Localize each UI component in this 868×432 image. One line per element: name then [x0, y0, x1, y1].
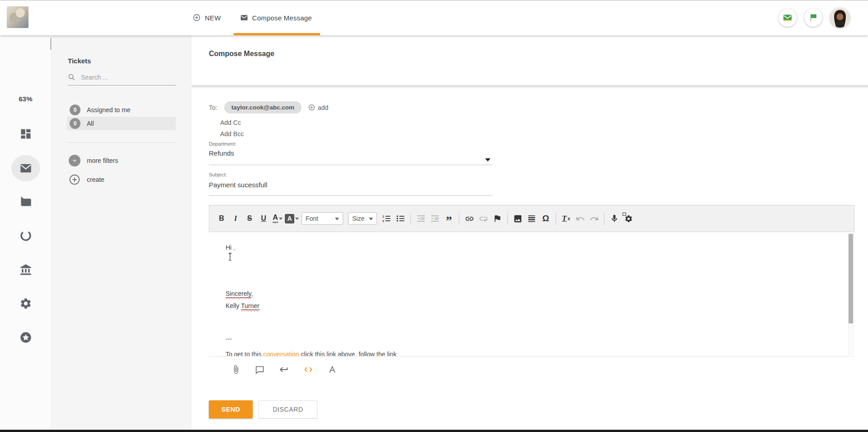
add-recipient-button[interactable]: add [308, 104, 328, 111]
attach-file-button[interactable] [231, 365, 241, 374]
footer-line: To get to this conversation click this l… [226, 351, 396, 356]
usage-percent: 63% [0, 95, 51, 103]
sidebar-item-settings[interactable] [0, 297, 51, 310]
caret-down-icon [369, 217, 373, 220]
add-cc-button[interactable]: Add Cc [220, 119, 241, 126]
caret-down-icon [295, 217, 299, 220]
image-icon [513, 214, 523, 223]
sidebar-item-chat[interactable] [0, 195, 51, 208]
department-label: Department: [209, 141, 236, 147]
bulleted-list-button[interactable] [394, 211, 407, 226]
ordered-list-button[interactable]: 1 2 [380, 211, 393, 226]
inbox-mail-button[interactable] [778, 9, 797, 27]
dashboard-icon [19, 128, 32, 140]
count-badge: 0 [70, 118, 80, 129]
sidebar-item-featured[interactable] [0, 331, 51, 344]
insert-image-button[interactable] [511, 211, 524, 226]
sidebar-item-progress[interactable] [0, 229, 51, 242]
editor-settings-button[interactable] [622, 211, 635, 226]
filter-all[interactable]: 0 All [67, 117, 176, 130]
count-badge: 0 [70, 104, 80, 115]
toolbar-separator [507, 213, 508, 225]
star-circle-icon [19, 331, 32, 344]
department-select-value[interactable]: Refunds [209, 149, 234, 157]
sidebar-item-dashboard[interactable] [0, 128, 51, 140]
remove-format-button[interactable]: Tx [559, 211, 573, 226]
signature-line: Kelly Turner [226, 302, 259, 309]
more-filters-button[interactable]: more filters [69, 155, 118, 166]
special-char-button[interactable]: Ω [539, 211, 552, 226]
search-icon [68, 73, 75, 81]
sidebar-item-organization[interactable] [0, 263, 51, 276]
dictate-button[interactable] [608, 211, 621, 226]
sidebar-item-mail-active[interactable] [11, 155, 40, 181]
left-icon-rail: 63% [0, 35, 52, 430]
scrollbar-thumb[interactable] [849, 234, 853, 323]
green-flag-icon [808, 13, 818, 23]
anchor-flag-button[interactable] [491, 211, 504, 226]
blockquote-button[interactable]: ” [442, 211, 456, 226]
source-code-button[interactable] [303, 365, 313, 375]
text-mode-button[interactable] [328, 365, 337, 374]
filter-label: All [87, 120, 94, 127]
compose-pane: Compose Message To: taylor.cook@abc.com … [192, 35, 868, 430]
discard-button[interactable]: DISCARD [259, 400, 317, 418]
comment-button[interactable] [255, 365, 264, 375]
text-cursor [228, 253, 232, 261]
background-color-button[interactable]: A [285, 211, 299, 226]
font-select[interactable]: Font [302, 212, 343, 225]
user-avatar[interactable] [830, 8, 850, 28]
bulleted-list-icon [396, 214, 405, 223]
chevron-down-icon [69, 155, 80, 166]
indent-button[interactable] [428, 211, 442, 226]
flag-notifications-button[interactable] [804, 9, 822, 27]
bank-icon [19, 263, 32, 276]
window-top-edge [0, 0, 868, 1]
link-button[interactable] [462, 211, 476, 226]
header-tabs: NEW Compose Message [186, 0, 318, 35]
rich-text-editor: B I S U A A Font Size [209, 205, 854, 356]
plus-circle-icon [193, 14, 201, 22]
italic-button[interactable]: I [229, 211, 242, 226]
text-color-button[interactable]: A [271, 211, 284, 226]
toolbar-separator [556, 213, 556, 225]
send-button[interactable]: SEND [209, 400, 253, 418]
unlink-button[interactable] [476, 211, 490, 226]
comment-bubble-icon [255, 365, 264, 375]
letter-a-icon [328, 365, 337, 374]
recipient-chip[interactable]: taylor.cook@abc.com [224, 101, 302, 114]
horizontal-rule-button[interactable] [525, 211, 538, 226]
search-input[interactable] [81, 74, 176, 81]
tab-new[interactable]: NEW [186, 0, 227, 35]
plus-circle-icon [308, 104, 315, 111]
rail-scrollbar[interactable] [50, 38, 52, 50]
paperclip-icon [231, 365, 241, 374]
add-bcc-button[interactable]: Add Bcc [220, 130, 244, 138]
insert-reply-button[interactable] [279, 365, 289, 375]
app-logo[interactable] [7, 6, 28, 28]
bold-button[interactable]: B [215, 211, 228, 226]
tab-new-label: NEW [205, 14, 221, 22]
footer-link[interactable]: conversation [263, 351, 299, 356]
underline-button[interactable]: U [257, 211, 270, 226]
filter-assigned-to-me[interactable]: 0 Assigned to me [67, 103, 176, 117]
mail-icon [240, 14, 248, 22]
outdent-button[interactable] [414, 211, 428, 226]
unlink-icon [479, 214, 488, 223]
create-ticket-button[interactable]: create [69, 174, 104, 185]
page-title: Compose Message [209, 50, 274, 58]
mail-icon [19, 162, 32, 175]
closing-line: Sincerely, [226, 290, 253, 297]
redo-button[interactable] [587, 211, 601, 226]
subject-input-value[interactable]: Payment sucessfull [209, 181, 267, 189]
size-select[interactable]: Size [348, 212, 377, 225]
ring-icon [19, 229, 32, 242]
department-underline [209, 165, 492, 165]
strikethrough-button[interactable]: S [243, 211, 256, 226]
tab-compose-message[interactable]: Compose Message [234, 0, 318, 35]
ordered-list-icon: 1 2 [382, 214, 391, 223]
flag-icon [493, 214, 502, 223]
editor-body[interactable]: Hi , Sincerely, Kelly Turner --- To get … [209, 232, 854, 356]
undo-button[interactable] [573, 211, 587, 226]
dropdown-caret-icon[interactable] [485, 157, 491, 162]
